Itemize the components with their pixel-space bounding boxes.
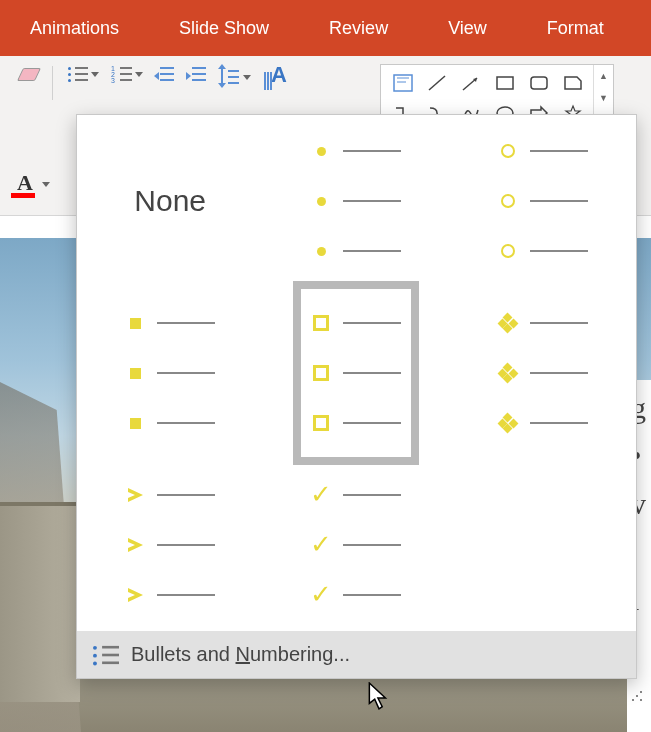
increase-indent-button[interactable] bbox=[183, 64, 211, 84]
shape-snip-rect[interactable] bbox=[557, 69, 589, 97]
text-direction-icon bbox=[263, 66, 285, 94]
checkmark-icon: ✓ bbox=[310, 487, 332, 503]
shape-line[interactable] bbox=[421, 69, 453, 97]
hollow-square-icon bbox=[313, 315, 329, 331]
svg-rect-6 bbox=[497, 77, 513, 89]
decrease-indent-button[interactable] bbox=[151, 64, 179, 84]
hollow-circle-icon bbox=[501, 144, 515, 158]
chevron-down-icon bbox=[135, 72, 143, 77]
text-direction-button[interactable] bbox=[259, 64, 289, 96]
clear-formatting-button[interactable] bbox=[12, 64, 42, 86]
numbering-button[interactable]: 1 2 3 bbox=[107, 64, 147, 84]
bullet-option-hollow-circle[interactable] bbox=[450, 115, 636, 287]
increase-indent-icon bbox=[187, 66, 207, 82]
bullet-option-filled-square[interactable] bbox=[77, 287, 263, 459]
shape-rectangle[interactable] bbox=[489, 69, 521, 97]
tab-review[interactable]: Review bbox=[299, 0, 418, 56]
shapes-scroll-down[interactable]: ▼ bbox=[594, 87, 613, 109]
tab-animations[interactable]: Animations bbox=[0, 0, 149, 56]
bullets-and-numbering-menuitem[interactable]: Bullets and Numbering... bbox=[77, 631, 636, 678]
chevron-down-icon bbox=[91, 72, 99, 77]
shape-textbox[interactable] bbox=[387, 69, 419, 97]
shape-rounded-rect[interactable] bbox=[523, 69, 555, 97]
bullet-option-empty bbox=[450, 459, 636, 631]
line-spacing-icon bbox=[219, 66, 241, 88]
chevron-down-icon bbox=[243, 75, 251, 80]
bullets-icon bbox=[67, 66, 89, 82]
eraser-icon bbox=[16, 66, 38, 84]
resize-handle-icon bbox=[631, 690, 645, 704]
decrease-indent-icon bbox=[155, 66, 175, 82]
bullets-icon bbox=[92, 644, 121, 665]
bullet-option-hollow-square[interactable] bbox=[263, 287, 449, 459]
svg-line-3 bbox=[429, 76, 445, 90]
bullets-dropdown: None bbox=[76, 114, 637, 679]
bullet-none-label: None bbox=[134, 184, 206, 218]
numbering-icon: 1 2 3 bbox=[111, 66, 133, 82]
svg-rect-7 bbox=[531, 77, 547, 89]
font-color-icon: A bbox=[10, 170, 40, 198]
shape-arrow-line[interactable] bbox=[455, 69, 487, 97]
svg-rect-0 bbox=[394, 75, 412, 91]
bullet-option-arrow[interactable] bbox=[77, 459, 263, 631]
bullet-option-checkmark[interactable]: ✓ ✓ ✓ bbox=[263, 459, 449, 631]
shapes-scroll-up[interactable]: ▲ bbox=[594, 65, 613, 87]
bullet-option-filled-circle[interactable] bbox=[263, 115, 449, 287]
line-spacing-button[interactable] bbox=[215, 64, 255, 90]
bullet-option-four-diamonds[interactable] bbox=[450, 287, 636, 459]
separator bbox=[52, 66, 53, 100]
bullets-button[interactable] bbox=[63, 64, 103, 84]
font-color-button[interactable]: A bbox=[6, 168, 54, 200]
slide-image bbox=[0, 502, 80, 702]
bullets-grid: None bbox=[77, 115, 636, 631]
four-diamonds-icon bbox=[499, 314, 517, 332]
ribbon-tabs: Animations Slide Show Review View Format bbox=[0, 0, 651, 56]
tab-view[interactable]: View bbox=[418, 0, 517, 56]
bullet-option-none[interactable]: None bbox=[77, 115, 263, 287]
tab-format[interactable]: Format bbox=[517, 0, 634, 56]
tab-slide-show[interactable]: Slide Show bbox=[149, 0, 299, 56]
arrow-bullet-icon bbox=[128, 488, 143, 502]
filled-square-icon bbox=[130, 318, 141, 329]
bullets-and-numbering-label: Bullets and Numbering... bbox=[131, 643, 350, 666]
filled-circle-icon bbox=[317, 147, 326, 156]
chevron-down-icon bbox=[42, 182, 50, 187]
